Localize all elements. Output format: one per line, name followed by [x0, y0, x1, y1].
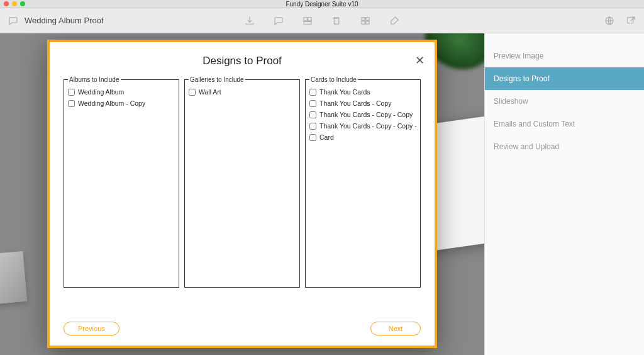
modal-header: Designs to Proof ✕ — [50, 42, 435, 76]
next-button[interactable]: Next — [370, 322, 421, 335]
main: Designs to Proof ✕ Albums to Include Wed… — [0, 33, 644, 355]
svg-rect-7 — [366, 21, 369, 24]
download-icon[interactable] — [244, 15, 255, 26]
chat-icon[interactable] — [8, 15, 19, 26]
svg-rect-0 — [304, 17, 307, 20]
modal-footer: Previous Next — [50, 322, 435, 335]
card-row[interactable]: Thank You Cards — [309, 88, 416, 96]
album-label: Wedding Album — [78, 88, 124, 96]
card-checkbox[interactable] — [309, 89, 316, 96]
layout-icon[interactable] — [302, 15, 313, 26]
card-checkbox[interactable] — [309, 100, 316, 107]
album-row[interactable]: Wedding Album - Copy — [68, 99, 175, 107]
modal-title: Designs to Proof — [203, 55, 282, 67]
card-checkbox[interactable] — [309, 134, 316, 141]
globe-icon[interactable] — [604, 15, 615, 26]
sidebar-item-designs-to-proof[interactable]: Designs to Proof — [485, 67, 644, 90]
modal-columns: Albums to Include Wedding Album Wedding … — [50, 76, 435, 288]
svg-rect-3 — [334, 18, 339, 24]
svg-rect-5 — [366, 17, 369, 20]
svg-rect-4 — [362, 17, 365, 20]
bg-photo-stack — [0, 251, 27, 308]
card-row[interactable]: Thank You Cards - Copy - Copy — [309, 111, 416, 118]
svg-rect-6 — [362, 21, 365, 24]
close-icon[interactable]: ✕ — [415, 55, 425, 66]
sidebar-item-review-and-upload[interactable]: Review and Upload — [485, 135, 644, 158]
cards-fieldset: Cards to Include Thank You Cards Thank Y… — [305, 76, 421, 288]
gallery-row[interactable]: Wall Art — [189, 88, 296, 96]
sidebar-item-preview-image[interactable]: Preview Image — [485, 45, 644, 67]
card-label: Card — [319, 133, 334, 141]
toolbar-left: Wedding Album Proof — [0, 15, 104, 26]
galleries-fieldset: Galleries to Include Wall Art — [184, 76, 300, 288]
sidebar: Preview Image Designs to Proof Slideshow… — [484, 33, 644, 355]
cards-legend: Cards to Include — [309, 76, 358, 83]
card-label: Thank You Cards - Copy - Copy - — [319, 122, 416, 130]
sidebar-item-emails-and-custom-text[interactable]: Emails and Custom Text — [485, 113, 644, 135]
card-checkbox[interactable] — [309, 123, 316, 130]
card-checkbox[interactable] — [309, 111, 316, 118]
svg-rect-2 — [304, 21, 311, 24]
gallery-label: Wall Art — [199, 88, 221, 96]
canvas-area: Designs to Proof ✕ Albums to Include Wed… — [0, 33, 484, 355]
mac-titlebar: Fundy Designer Suite v10 — [0, 0, 644, 8]
window-maximize-icon[interactable] — [20, 1, 25, 6]
gallery-checkbox[interactable] — [189, 89, 196, 96]
album-label: Wedding Album - Copy — [78, 99, 145, 107]
albums-fieldset: Albums to Include Wedding Album Wedding … — [64, 76, 179, 288]
project-name: Wedding Album Proof — [25, 16, 104, 25]
external-link-icon[interactable] — [625, 15, 636, 26]
album-checkbox[interactable] — [68, 100, 75, 107]
toolbar: Wedding Album Proof — [0, 8, 644, 33]
card-label: Thank You Cards - Copy — [319, 99, 391, 107]
copy-icon[interactable] — [331, 15, 342, 26]
albums-legend: Albums to Include — [68, 76, 121, 83]
svg-rect-9 — [628, 17, 633, 23]
previous-button[interactable]: Previous — [64, 322, 119, 335]
card-label: Thank You Cards - Copy - Copy — [319, 111, 413, 118]
sidebar-item-slideshow[interactable]: Slideshow — [485, 90, 644, 113]
grid-icon[interactable] — [360, 15, 371, 26]
toolbar-right — [604, 15, 636, 26]
card-row[interactable]: Thank You Cards - Copy — [309, 99, 416, 107]
designs-to-proof-modal: Designs to Proof ✕ Albums to Include Wed… — [47, 40, 437, 348]
chat2-icon[interactable] — [273, 15, 284, 26]
card-row[interactable]: Card — [309, 133, 416, 141]
toolbar-center — [244, 15, 400, 26]
window-controls — [4, 1, 25, 6]
svg-rect-1 — [308, 17, 311, 20]
card-row[interactable]: Thank You Cards - Copy - Copy - — [309, 122, 416, 130]
card-label: Thank You Cards — [319, 88, 370, 96]
brush-icon[interactable] — [389, 15, 400, 26]
album-row[interactable]: Wedding Album — [68, 88, 175, 96]
window-title: Fundy Designer Suite v10 — [286, 1, 358, 8]
galleries-legend: Galleries to Include — [189, 76, 245, 83]
window-minimize-icon[interactable] — [12, 1, 17, 6]
window-close-icon[interactable] — [4, 1, 9, 6]
album-checkbox[interactable] — [68, 89, 75, 96]
